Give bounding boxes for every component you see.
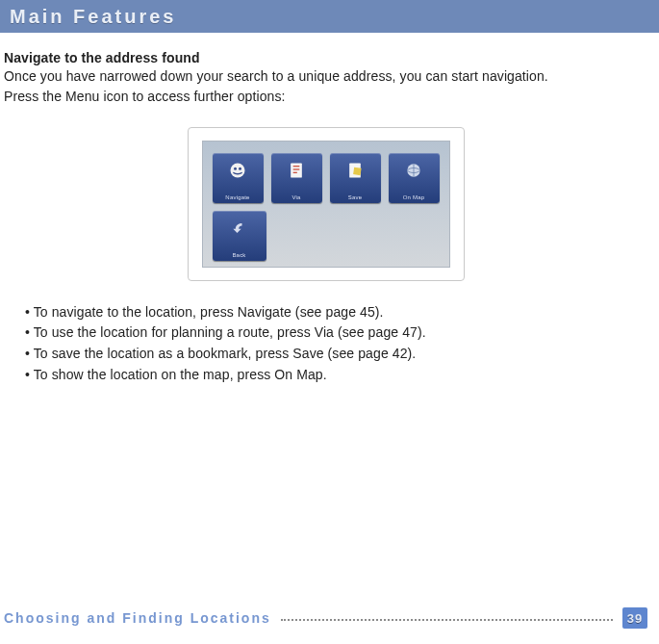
bullet-list: To navigate to the location, press Navig… [25,302,647,386]
page-number-badge: 39 [622,607,647,629]
section-paragraph-1: Once you have narrowed down your search … [4,67,647,86]
save-icon [345,161,365,180]
tile-navigate: Navigate [213,153,264,203]
device-screen: Navigate Via Save On Map [202,141,450,268]
page-footer: Choosing and Finding Locations 39 [0,607,659,629]
tile-via: Via [271,153,322,203]
svg-rect-3 [291,163,302,177]
svg-rect-4 [293,166,300,167]
tile-onmap: On Map [389,153,440,203]
svg-point-1 [234,167,237,170]
content-area: Navigate to the address found Once you h… [0,33,659,386]
bullet-onmap: To show the location on the map, press O… [25,365,647,386]
bullet-via: To use the location for planning a route… [25,322,647,344]
header-bar: Main Features [0,0,659,33]
svg-rect-6 [293,171,297,172]
svg-rect-8 [353,167,361,174]
svg-point-2 [239,167,241,170]
section-paragraph-2: Press the Menu icon to access further op… [4,88,647,106]
tile-via-label: Via [271,194,322,200]
tile-row-2: Back [213,211,440,261]
navigate-icon [228,161,247,180]
footer-chapter: Choosing and Finding Locations [4,610,271,626]
tile-navigate-label: Navigate [213,194,264,200]
svg-point-0 [231,163,245,177]
tile-grid: Navigate Via Save On Map [213,153,440,269]
tile-onmap-label: On Map [389,194,440,200]
footer-leader-dots [281,619,613,621]
tile-row-1: Navigate Via Save On Map [213,153,440,203]
device-screenshot-frame: Navigate Via Save On Map [188,127,465,281]
tile-save: Save [330,153,381,203]
section-heading: Navigate to the address found [4,50,647,65]
onmap-icon [404,161,423,180]
via-icon [287,161,306,180]
back-icon [230,219,249,238]
bullet-save: To save the location as a bookmark, pres… [25,344,647,365]
tile-save-label: Save [330,194,381,200]
bullet-navigate: To navigate to the location, press Navig… [25,302,647,323]
svg-rect-5 [293,168,300,169]
figure-wrapper: Navigate Via Save On Map [4,127,647,281]
page-title: Main Features [10,6,176,28]
tile-back: Back [213,211,266,261]
tile-back-label: Back [213,252,266,258]
